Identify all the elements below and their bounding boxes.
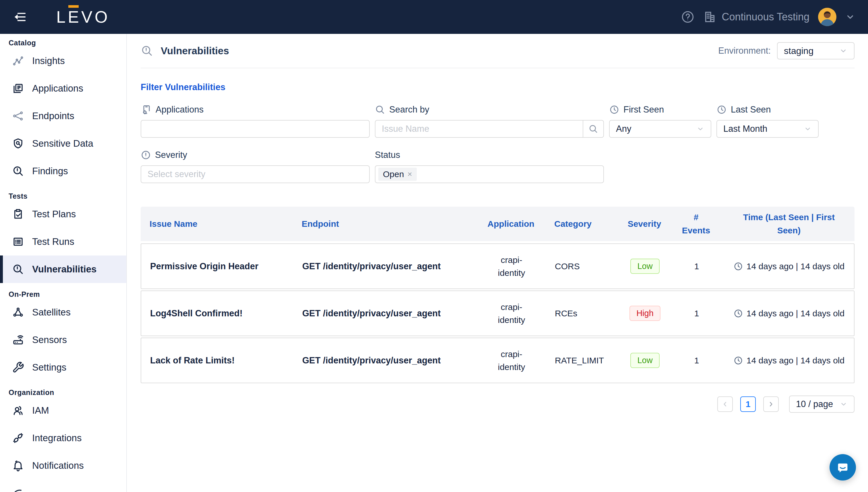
sidebar-item-satellites[interactable]: Satellites xyxy=(0,298,126,326)
clock-icon xyxy=(609,104,619,115)
user-avatar[interactable] xyxy=(818,8,837,26)
sidebar-item-endpoints[interactable]: Endpoints xyxy=(0,102,126,130)
sidebar: Catalog Insights xyxy=(0,34,127,492)
sidebar-item-sensors[interactable]: Sensors xyxy=(0,326,126,354)
last-seen-value: Last Month xyxy=(723,124,767,134)
search-submit-button[interactable] xyxy=(583,120,604,138)
previous-page-button[interactable] xyxy=(717,396,733,412)
environment-select[interactable]: staging xyxy=(777,42,854,59)
table-row[interactable]: Lack of Rate Limits! GET /identity/priva… xyxy=(141,338,854,383)
sidebar-item-label: Settings xyxy=(32,362,66,373)
sidebar-collapse-button[interactable] xyxy=(13,9,29,25)
first-seen-label: First Seen xyxy=(623,104,664,115)
severity-filter-input[interactable] xyxy=(141,165,370,183)
applications-filter-input[interactable] xyxy=(141,120,370,138)
issue-name-search-input[interactable] xyxy=(375,120,583,138)
issue-name-cell: Log4Shell Confirmed! xyxy=(141,308,293,319)
category-cell: RCEs xyxy=(546,309,621,318)
section-label-tests: Tests xyxy=(0,192,126,200)
severity-cell: Low xyxy=(621,353,669,368)
vulnerabilities-table: Issue Name Endpoint Application Category… xyxy=(141,207,854,385)
clock-icon xyxy=(716,104,727,115)
sidebar-item-test-runs[interactable]: Test Runs xyxy=(0,228,126,255)
column-header-endpoint: Endpoint xyxy=(293,217,476,231)
sidebar-item-label: Sensitive Data xyxy=(32,138,93,149)
findings-search-alert-icon xyxy=(11,165,25,177)
sidebar-item-label: Test Runs xyxy=(32,236,74,247)
first-seen-value: Any xyxy=(616,124,631,134)
logo-accent-bar xyxy=(68,5,79,8)
search-by-label: Search by xyxy=(389,104,429,115)
status-tag-open: Open × xyxy=(378,168,417,181)
sidebar-item-iam[interactable]: IAM xyxy=(0,397,126,424)
chevron-down-icon xyxy=(839,47,848,55)
org-switcher[interactable]: Continuous Testing xyxy=(703,10,810,24)
sidebar-item-settings[interactable]: Settings xyxy=(0,354,126,381)
column-header-events: # Events xyxy=(669,211,723,238)
severity-badge: High xyxy=(629,306,661,321)
section-label-on-prem: On-Prem xyxy=(0,290,126,298)
organization-icon xyxy=(703,10,716,24)
sidebar-item-vulnerabilities[interactable]: Vulnerabilities xyxy=(0,255,126,283)
chat-launcher-button[interactable] xyxy=(829,454,856,481)
column-header-severity: Severity xyxy=(620,217,669,231)
environment-label: Environment: xyxy=(718,46,771,56)
status-label: Status xyxy=(375,150,400,160)
insights-icon xyxy=(11,55,25,67)
table-header-row: Issue Name Endpoint Application Category… xyxy=(141,207,854,241)
page-size-value: 10 / page xyxy=(796,399,833,409)
issue-name-cell: Permissive Origin Header xyxy=(141,261,293,272)
time-text: 14 days ago | 14 days old xyxy=(747,262,844,271)
sidebar-item-label: Applications xyxy=(32,83,83,94)
header-divider xyxy=(141,68,854,68)
filter-vulnerabilities-link[interactable]: Filter Vulnerabilities xyxy=(141,82,225,93)
sidebar-item-label: Sensors xyxy=(32,335,67,345)
column-header-application: Application xyxy=(476,217,545,231)
endpoint-cell: GET /identity/privacy/user_agent xyxy=(293,355,477,366)
applications-icon xyxy=(11,82,25,94)
last-seen-select[interactable]: Last Month xyxy=(716,120,819,138)
app-root: LEVO Continuous Testing xyxy=(0,0,868,492)
table-row[interactable]: Log4Shell Confirmed! GET /identity/priva… xyxy=(141,291,854,336)
next-page-button[interactable] xyxy=(763,396,779,412)
first-seen-select[interactable]: Any xyxy=(609,120,711,138)
tag-close-icon[interactable]: × xyxy=(407,170,412,178)
time-cell: 14 days ago | 14 days old xyxy=(724,262,854,271)
time-cell: 14 days ago | 14 days old xyxy=(724,355,854,365)
page-number-button[interactable]: 1 xyxy=(740,396,756,412)
sidebar-item-label: Endpoints xyxy=(32,110,74,121)
top-navbar: LEVO Continuous Testing xyxy=(0,0,868,34)
help-icon[interactable] xyxy=(681,10,695,24)
main-content: Vulnerabilities Environment: staging Fil… xyxy=(127,34,868,492)
partial-item-icon xyxy=(11,486,24,492)
applications-filter-icon xyxy=(141,104,152,115)
sensitive-data-shield-icon xyxy=(11,138,25,150)
sidebar-item-integrations[interactable]: Integrations xyxy=(0,424,126,452)
chevron-down-icon xyxy=(696,125,704,133)
clock-icon xyxy=(734,309,743,318)
sidebar-item-notifications[interactable]: Notifications xyxy=(0,452,126,479)
page-header: Vulnerabilities Environment: staging xyxy=(141,34,854,68)
application-cell: crapi-identity xyxy=(477,253,546,279)
page-title-search-alert-icon xyxy=(141,45,153,57)
account-chevron-down-icon[interactable] xyxy=(845,12,855,22)
page-size-select[interactable]: 10 / page xyxy=(789,396,854,413)
table-row[interactable]: Permissive Origin Header GET /identity/p… xyxy=(141,243,854,289)
clock-icon xyxy=(734,262,743,271)
test-runs-list-icon xyxy=(11,236,25,248)
sidebar-item-findings[interactable]: Findings xyxy=(0,157,126,185)
severity-cell: Low xyxy=(621,259,669,274)
status-filter-input[interactable]: Open × xyxy=(375,165,604,183)
satellites-network-icon xyxy=(11,306,25,318)
sidebar-item-label: IAM xyxy=(32,405,49,416)
issue-name-cell: Lack of Rate Limits! xyxy=(141,355,293,366)
sidebar-item-test-plans[interactable]: Test Plans xyxy=(0,200,126,228)
integrations-plug-icon xyxy=(11,432,25,444)
category-cell: CORS xyxy=(546,262,621,271)
sidebar-item-insights[interactable]: Insights xyxy=(0,47,126,75)
section-label-organization: Organization xyxy=(0,388,126,397)
sidebar-item-applications[interactable]: Applications xyxy=(0,75,126,102)
filter-panel: Filter Vulnerabilities xyxy=(141,82,854,195)
category-cell: RATE_LIMIT xyxy=(546,355,621,365)
sidebar-item-sensitive-data[interactable]: Sensitive Data xyxy=(0,130,126,157)
